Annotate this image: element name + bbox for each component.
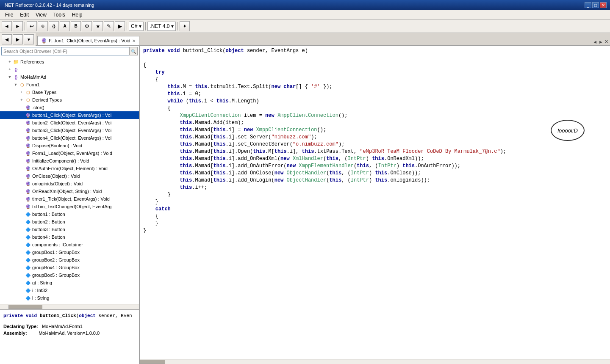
- tree-item-button3click[interactable]: + 🔮 button3_Click(Object, EventArgs) : V…: [0, 127, 139, 134]
- tree-item-initcomp[interactable]: + 🔮 InitializeComponent() : Void: [0, 157, 139, 165]
- groupbox4field-icon: 🔷: [25, 264, 31, 271]
- close-button[interactable]: ✕: [600, 2, 607, 8]
- edit-button[interactable]: ✎: [104, 21, 114, 31]
- back-button[interactable]: ◄: [2, 21, 12, 31]
- expander-dash[interactable]: +: [7, 66, 13, 72]
- menu-file[interactable]: File: [2, 11, 17, 18]
- tree-item-button2click[interactable]: + 🔮 button2_Click(Object, EventArgs) : V…: [0, 119, 139, 127]
- settings-button[interactable]: ⚙: [82, 21, 92, 31]
- star-button[interactable]: ★: [93, 21, 103, 31]
- tree-item-form1[interactable]: ▼ ⬡ Form1: [0, 81, 139, 88]
- form1-label: Form1: [26, 82, 40, 87]
- expander-references[interactable]: +: [7, 59, 13, 65]
- tree-item-ctor[interactable]: + 🔮 .ctor(): [0, 104, 139, 111]
- tree-hscroll-thumb[interactable]: [8, 305, 42, 309]
- maximize-button[interactable]: □: [592, 2, 599, 8]
- highlight-button[interactable]: A: [60, 21, 70, 31]
- tree-item-mohammadns[interactable]: ▼ {} MoHaMmAd: [0, 73, 139, 81]
- button1field-label: button1 : Button: [32, 212, 65, 217]
- tree-item-onautherror[interactable]: + 🔮 OnAuthError(Object, Element) : Void: [0, 165, 139, 172]
- button2field-icon: 🔷: [25, 218, 31, 225]
- button1click-icon: 🔮: [25, 112, 31, 119]
- separator-3: [145, 22, 146, 30]
- groupbox2field-label: groupBox2 : GroupBox: [32, 257, 80, 262]
- minimize-button[interactable]: _: [585, 2, 591, 8]
- annotation-balloon: looool:D: [551, 120, 585, 141]
- tree-hscrollbar[interactable]: [0, 304, 139, 309]
- expander-form1[interactable]: ▼: [13, 82, 19, 88]
- extra-button[interactable]: ✦: [180, 21, 190, 31]
- tree-item-groupbox2field[interactable]: + 🔷 groupBox2 : GroupBox: [0, 256, 139, 264]
- tree-item-button1click[interactable]: + 🔮 button1_Click(Object, EventArgs) : V…: [0, 111, 139, 119]
- forward-button[interactable]: ►: [13, 21, 23, 31]
- code-hscroll-thumb[interactable]: [140, 360, 165, 364]
- nav-drop-button[interactable]: ▼: [24, 34, 34, 44]
- tree-item-button1field[interactable]: + 🔷 button1 : Button: [0, 210, 139, 218]
- nav-back-button[interactable]: ◄: [2, 34, 12, 44]
- tree-item-onloginids[interactable]: + 🔮 onloginids(Object) : Void: [0, 180, 139, 188]
- search-button[interactable]: 🔍: [129, 47, 138, 55]
- tree-item-iint32field[interactable]: + 🔷 i : Int32: [0, 287, 139, 294]
- code-line-20: }: [140, 191, 610, 199]
- search-input[interactable]: [1, 47, 129, 55]
- button2click-label: button2_Click(Object, EventArgs) : Voi: [32, 120, 111, 125]
- framework-dropdown[interactable]: .NET 4.0 ▾: [147, 22, 175, 31]
- onreadxml-label: OnReadXml(Object, String) : Void: [32, 189, 102, 194]
- run-button[interactable]: ▶: [115, 21, 125, 31]
- toolbar: ◄ ► ↩ ⊕ {} A B ⚙ ★ ✎ ▶ C# ▾ .NET 4.0 ▾ ✦: [0, 19, 610, 33]
- tree-item-txttimtextchanged[interactable]: + 🔮 txtTim_TextChanged(Object, EventArg: [0, 203, 139, 210]
- tree-item-form1load[interactable]: + 🔮 Form1_Load(Object, EventArgs) : Void: [0, 149, 139, 157]
- expander-mohammadns[interactable]: ▼: [7, 74, 13, 80]
- language-dropdown[interactable]: C# ▾: [129, 22, 144, 31]
- code-line-23: {: [140, 213, 610, 220]
- button4click-icon: 🔮: [25, 135, 31, 141]
- menu-help[interactable]: Help: [69, 11, 86, 18]
- bold-button[interactable]: B: [71, 21, 81, 31]
- button4click-label: button4_Click(Object, EventArgs) : Voi: [32, 135, 111, 141]
- tree-item-dash[interactable]: + {} -: [0, 66, 139, 73]
- gtfield-label: gt : String: [32, 280, 52, 285]
- code-tab[interactable]: 🔮 F...ton1_Click(Object, EventArgs) : Vo…: [37, 36, 139, 45]
- tree-item-onclose[interactable]: + 🔮 OnClose(Object) : Void: [0, 172, 139, 180]
- tree-item-groupbox5field[interactable]: + 🔷 groupBox5 : GroupBox: [0, 271, 139, 279]
- add-button[interactable]: ⊕: [38, 21, 48, 31]
- tree-item-groupbox4field[interactable]: + 🔷 groupBox4 : GroupBox: [0, 264, 139, 271]
- menu-tools[interactable]: Tools: [50, 11, 69, 18]
- tree-item-gtfield[interactable]: + 🔷 gt : String: [0, 279, 139, 287]
- tree-item-references[interactable]: + 📁 References: [0, 58, 139, 66]
- tree-item-button4click[interactable]: + 🔮 button4_Click(Object, EventArgs) : V…: [0, 134, 139, 142]
- tree-item-onreadxml[interactable]: + 🔮 OnReadXml(Object, String) : Void: [0, 188, 139, 195]
- onreadxml-icon: 🔮: [25, 188, 31, 195]
- nav-forward-button[interactable]: ►: [13, 34, 23, 44]
- namespace-button[interactable]: {}: [49, 21, 59, 31]
- menu-edit[interactable]: Edit: [17, 11, 32, 18]
- menu-view[interactable]: View: [32, 11, 50, 18]
- tree-item-componentsfield[interactable]: + 🔷 components : IContainer: [0, 241, 139, 248]
- code-line-17: this.Mamad[this.i].add_OnClose(new Objec…: [140, 170, 610, 177]
- form1load-icon: 🔮: [25, 150, 31, 157]
- code-line-4: {: [140, 76, 610, 83]
- expander-derivedtypes[interactable]: +: [19, 97, 25, 103]
- tree-item-button2field[interactable]: + 🔷 button2 : Button: [0, 218, 139, 226]
- onloginids-icon: 🔮: [25, 180, 31, 187]
- componentsfield-icon: 🔷: [25, 241, 31, 248]
- declaring-type-row: Declaring Type: MoHaMmAd.Form1: [3, 324, 136, 329]
- object-tree: + 📁 References + {} - ▼ {} MoHaMmAd ▼ ⬡ …: [0, 57, 139, 304]
- tab-nav-left-icon[interactable]: ◄: [593, 39, 597, 44]
- expander-basetypes[interactable]: +: [19, 89, 25, 95]
- code-area[interactable]: private void button1_Click(object sender…: [140, 46, 610, 359]
- tree-item-istringfield[interactable]: + 🔷 i : String: [0, 294, 139, 302]
- tab-nav-right-icon[interactable]: ►: [599, 39, 603, 44]
- onautherror-icon: 🔮: [25, 165, 31, 172]
- tree-item-basetypes[interactable]: + ⬡ Base Types: [0, 88, 139, 96]
- code-hscrollbar[interactable]: [140, 359, 610, 364]
- tree-item-timer1tick[interactable]: + 🔮 timer1_Tick(Object, EventArgs) : Voi…: [0, 195, 139, 203]
- tree-item-button3field[interactable]: + 🔷 button3 : Button: [0, 226, 139, 233]
- tab-close-button[interactable]: ✕: [132, 39, 136, 43]
- refresh-button[interactable]: ↩: [27, 21, 37, 31]
- tree-item-derivedtypes[interactable]: + ⬡ Derived Types: [0, 96, 139, 104]
- tree-item-dispose[interactable]: + 🔮 Dispose(Boolean) : Void: [0, 142, 139, 149]
- tree-item-groupbox1field[interactable]: + 🔷 groupBox1 : GroupBox: [0, 248, 139, 256]
- tree-item-button4field[interactable]: + 🔷 button4 : Button: [0, 233, 139, 241]
- tab-close-all-icon[interactable]: ✕: [604, 39, 608, 44]
